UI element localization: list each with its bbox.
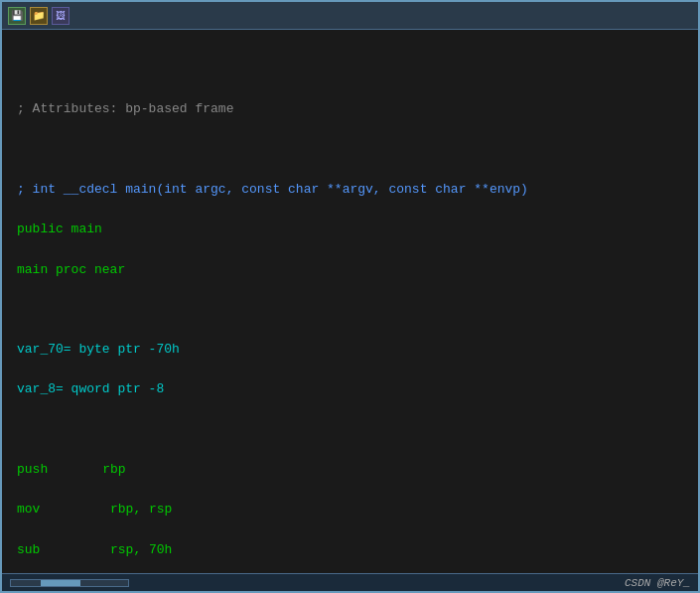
main-proc: main proc near — [17, 260, 683, 280]
main-window: 💾 📁 🖼 ; Attributes: bp-based frame ; int… — [0, 0, 700, 593]
var8-decl: var_8= qword ptr -8 — [17, 379, 683, 399]
comment-attributes: ; Attributes: bp-based frame — [17, 99, 683, 119]
open-folder-button[interactable]: 📁 — [30, 7, 48, 25]
scrollbar-container — [10, 579, 617, 587]
blank-line-1 — [17, 60, 683, 79]
instr-mov-1: mov rbp, rsp — [17, 500, 683, 519]
instr-push: push rbp — [17, 460, 683, 480]
save-button[interactable]: 💾 — [8, 7, 26, 25]
horizontal-scrollbar[interactable] — [10, 579, 129, 587]
bottom-bar: CSDN @ReY_ — [2, 573, 698, 591]
scrollbar-thumb — [41, 580, 80, 586]
image-button[interactable]: 🖼 — [52, 7, 70, 25]
watermark: CSDN @ReY_ — [625, 577, 690, 589]
titlebar: 💾 📁 🖼 — [2, 2, 698, 30]
code-content: ; Attributes: bp-based frame ; int __cde… — [2, 30, 698, 573]
var70-decl: var_70= byte ptr -70h — [17, 340, 683, 360]
code-block: ; Attributes: bp-based frame ; int __cde… — [17, 40, 683, 573]
instr-sub: sub rsp, 70h — [17, 540, 683, 560]
blank-line-4 — [17, 420, 683, 440]
blank-line-3 — [17, 300, 683, 320]
blank-line-2 — [17, 140, 683, 160]
function-signature: ; int __cdecl main(int argc, const char … — [17, 180, 683, 200]
public-main: public main — [17, 220, 683, 239]
